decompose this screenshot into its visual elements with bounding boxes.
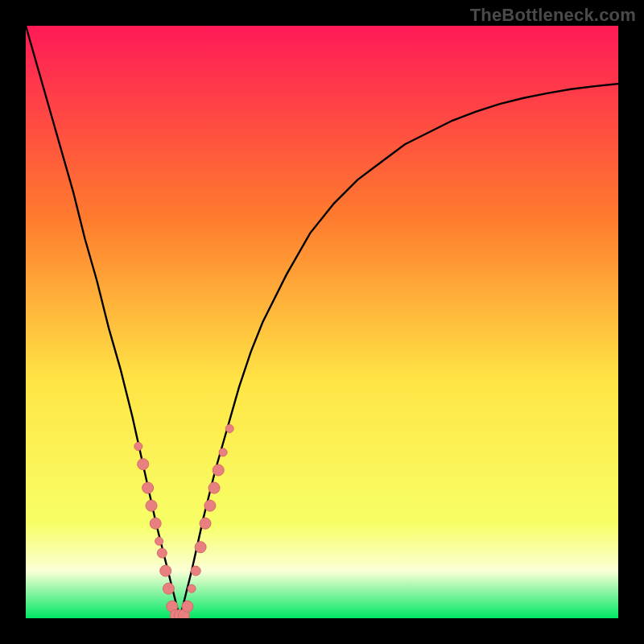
marker-point [219,448,227,456]
marker-point [204,500,216,511]
marker-point [155,537,163,545]
watermark-text: TheBottleneck.com [470,5,636,26]
marker-point [157,548,167,558]
marker-point [200,518,211,529]
marker-point [182,601,193,612]
marker-point [208,482,220,493]
chart-frame: TheBottleneck.com [0,0,644,644]
chart-canvas [26,26,618,618]
marker-point [163,583,174,594]
marker-point [191,566,200,576]
marker-group [134,424,233,618]
marker-point [225,424,233,432]
marker-point [160,565,171,576]
curve-line [26,26,618,618]
marker-point [138,459,149,470]
marker-point [146,500,157,511]
marker-point [150,518,161,529]
marker-point [142,482,154,493]
marker-point [134,443,142,451]
marker-point [213,464,224,476]
marker-point [188,584,196,592]
marker-point [195,542,206,553]
plot-area [26,26,618,618]
